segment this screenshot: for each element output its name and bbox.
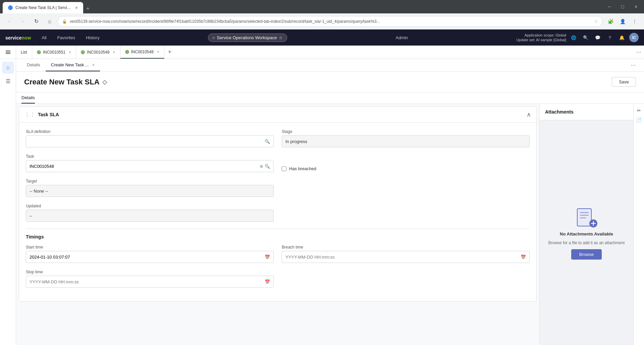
breach-time-group: Breach time 📅 — [282, 245, 530, 263]
tab-inc0010548-close[interactable]: × — [157, 50, 159, 54]
sidebar-icon-home[interactable]: ⌂ — [2, 62, 14, 74]
new-tab-button[interactable]: + — [83, 4, 93, 13]
nav-favorites[interactable]: Favorites — [55, 34, 78, 42]
attachments-title: Attachments — [545, 109, 574, 115]
profile-button[interactable]: 👤 — [617, 16, 628, 27]
home-button[interactable]: ⌂ — [44, 16, 55, 27]
right-actions: ✏ 📄 — [633, 104, 644, 345]
target-group: Target -- None -- — [26, 179, 274, 197]
main-content: Details Create New Task ... × ⋯ Create N… — [16, 59, 644, 345]
address-bar[interactable]: 🔒 ven05139.service-now.com/now/sow/recor… — [58, 16, 602, 27]
tab-list-label: List — [21, 50, 27, 55]
start-time-label: Start time — [26, 245, 274, 250]
tab-close-icon[interactable]: × — [75, 5, 78, 10]
document-icon[interactable]: 📄 — [635, 116, 643, 124]
has-breached-checkbox[interactable] — [282, 166, 286, 171]
tab-inc0010549[interactable]: INC0010549 × — [76, 46, 120, 59]
search-icon[interactable]: 🔍 — [581, 33, 590, 42]
workspace-star-icon[interactable]: ☆ — [279, 35, 283, 40]
timings-title: Timings — [26, 234, 530, 239]
panel-collapse-icon[interactable]: ∧ — [527, 111, 531, 118]
tag-icon: ◇ — [102, 78, 107, 86]
nav-right: Application scope: Global Update set: AI… — [516, 33, 639, 43]
tab-inc0010548-label: INC0010548 — [131, 50, 154, 54]
start-time-input[interactable]: 📅 — [26, 251, 274, 263]
app-logo: servicenow — [5, 34, 31, 41]
url-text: ven05139.service-now.com/now/sow/record/… — [70, 19, 592, 24]
tab-inc0010548[interactable]: INC0010548 × — [120, 46, 164, 59]
add-tab-button[interactable]: + — [164, 46, 175, 59]
close-button[interactable]: × — [631, 1, 641, 12]
nav-workspace[interactable]: ○ Service Operations Workspace ☆ — [208, 33, 287, 42]
save-button[interactable]: Save — [612, 77, 636, 87]
stop-time-input[interactable]: 📅 — [26, 276, 274, 288]
sla-definition-input[interactable]: 🔍 — [26, 135, 274, 147]
back-button[interactable]: ← — [4, 16, 15, 27]
task-field[interactable] — [30, 164, 258, 169]
task-search-icon[interactable]: 🔍 — [265, 164, 270, 169]
start-time-calendar-icon[interactable]: 📅 — [265, 255, 270, 260]
attachments-illustration — [576, 206, 597, 227]
extensions-button[interactable]: 🧩 — [605, 16, 616, 27]
has-breached-label[interactable]: Has breached — [289, 166, 316, 171]
forward-button[interactable]: → — [17, 16, 28, 27]
tab-list[interactable]: List — [16, 46, 32, 59]
sub-tab-close-icon[interactable]: × — [92, 62, 95, 67]
nav-history[interactable]: History — [83, 34, 102, 42]
has-breached-container: Has breached — [282, 166, 530, 171]
panel-header: ⋮⋮ Task SLA ∧ — [19, 107, 536, 123]
target-value: -- None -- — [26, 185, 274, 197]
maximize-button[interactable]: □ — [617, 1, 628, 12]
chat-icon[interactable]: 💬 — [593, 33, 602, 42]
more-tabs-icon[interactable]: ⋯ — [636, 49, 641, 55]
stop-time-label: Stop time — [26, 270, 274, 274]
sla-definition-field[interactable] — [30, 139, 263, 144]
bookmark-icon[interactable]: ☆ — [594, 19, 598, 24]
globe-icon[interactable]: 🌐 — [569, 33, 578, 42]
edit-icon[interactable]: ✏ — [635, 107, 643, 115]
breach-time-field[interactable] — [285, 255, 519, 260]
tab-inc0010549-close[interactable]: × — [113, 50, 115, 55]
sla-search-icon[interactable]: 🔍 — [265, 139, 270, 144]
tab-inc0010551-close[interactable]: × — [69, 50, 71, 55]
workspace-prefix: ○ — [212, 35, 215, 40]
user-avatar[interactable]: IC — [629, 33, 639, 42]
breach-time-input[interactable]: 📅 — [282, 251, 530, 263]
panel-body: SLA definition 🔍 Stage In progress — [19, 123, 536, 301]
panel-title: Task SLA — [38, 112, 524, 117]
minimize-button[interactable]: − — [604, 1, 614, 12]
nav-all[interactable]: All — [39, 34, 49, 42]
task-group: Task ⊗ 🔍 — [26, 154, 274, 172]
app: servicenow All Favorites History ○ Servi… — [0, 29, 644, 345]
form-row-updated: Updated – — [26, 204, 530, 222]
task-input[interactable]: ⊗ 🔍 — [26, 160, 274, 172]
breach-time-calendar-icon[interactable]: 📅 — [521, 255, 526, 260]
secondary-nav: List INC0010551 × INC0010549 × INC001054… — [0, 46, 644, 59]
stop-time-group: Stop time 📅 — [26, 270, 274, 288]
panel-drag-icon[interactable]: ⋮⋮ — [24, 112, 35, 118]
tab-list: List INC0010551 × INC0010549 × INC001054… — [16, 46, 636, 59]
settings-button[interactable]: ⋮ — [629, 16, 640, 27]
browser-tab[interactable]: Create New Task SLA | ServiceN... × — [3, 2, 83, 13]
browse-button[interactable]: Browse — [571, 249, 602, 260]
sidebar-toggle[interactable] — [0, 46, 16, 59]
tab-inc0010551[interactable]: INC0010551 × — [32, 46, 76, 59]
task-clear-icon[interactable]: ⊗ — [260, 164, 263, 169]
sub-tabs-more[interactable]: ⋯ — [628, 62, 639, 68]
stage-group: Stage In progress — [282, 129, 530, 147]
reload-button[interactable]: ↻ — [31, 16, 42, 27]
start-time-field[interactable] — [30, 255, 263, 260]
sub-tab-create-new-task[interactable]: Create New Task ... × — [46, 59, 100, 71]
bell-icon[interactable]: 🔔 — [617, 33, 627, 42]
nav-admin[interactable]: Admin — [393, 34, 411, 42]
page-title: Create New Task SLA ◇ — [24, 78, 107, 86]
inner-tab-details[interactable]: Details — [21, 92, 35, 104]
attachments-panel: Attachments — [539, 104, 633, 345]
help-icon[interactable]: ? — [605, 33, 614, 42]
sub-tab-details[interactable]: Details — [21, 59, 46, 71]
stop-time-calendar-icon[interactable]: 📅 — [265, 279, 270, 284]
no-attachments-title: No Attachments Available — [560, 231, 613, 236]
sidebar-icon-list[interactable]: ☰ — [2, 75, 14, 87]
stop-time-field[interactable] — [30, 279, 263, 284]
updated-group: Updated – — [26, 204, 274, 222]
